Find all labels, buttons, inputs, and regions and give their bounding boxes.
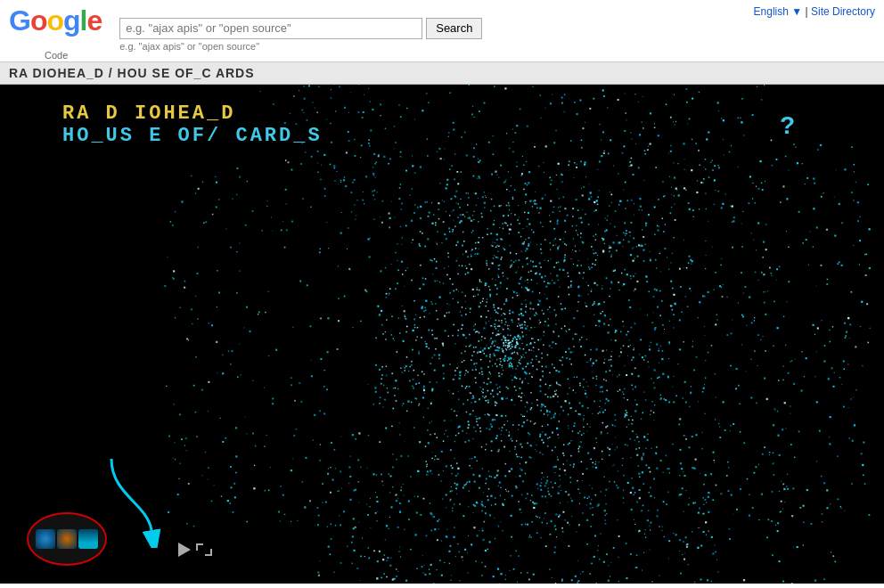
expand-icon[interactable] [196, 543, 212, 556]
play-button[interactable] [178, 543, 191, 557]
thumb-multi [57, 529, 77, 549]
search-input[interactable] [119, 18, 422, 39]
search-row: Search [119, 18, 482, 39]
search-hint: e.g. "ajax apis" or "open source" [119, 41, 482, 52]
main-content: RA D IOHEA_D HO_US E OF/ CARD_S ? [0, 85, 884, 584]
logo-area: Google Code [9, 4, 102, 61]
search-area: Search e.g. "ajax apis" or "open source" [119, 18, 482, 52]
thumb-blue [36, 529, 55, 549]
logo-g2: g [63, 4, 80, 37]
site-directory-link[interactable]: Site Directory [811, 5, 875, 18]
header: Google Code Search e.g. "ajax apis" or "… [0, 0, 884, 62]
logo-o1: o [30, 4, 47, 37]
title-line1: RA D IOHEA_D [62, 102, 323, 125]
play-controls [178, 543, 212, 557]
google-logo: Google Code [9, 4, 102, 61]
breadcrumb-text: RA DIOHEA_D / HOU SE OF_C ARDS [9, 66, 255, 80]
search-button[interactable]: Search [426, 18, 482, 39]
logo-g: G [9, 4, 30, 37]
separator: | [806, 5, 808, 18]
language-link[interactable]: English ▼ [754, 5, 806, 18]
logo-o2: o [46, 4, 63, 37]
title-overlay: RA D IOHEA_D HO_US E OF/ CARD_S [62, 102, 323, 147]
breadcrumb-bar: RA DIOHEA_D / HOU SE OF_C ARDS [0, 62, 884, 85]
title-line2: HO_US E OF/ CARD_S [62, 125, 323, 147]
logo-e: e [86, 4, 102, 37]
question-mark[interactable]: ? [780, 111, 795, 140]
top-right-links: English ▼ | Site Directory [754, 5, 875, 18]
cyan-arrow [94, 459, 165, 548]
logo-code-label: Code [11, 50, 102, 61]
